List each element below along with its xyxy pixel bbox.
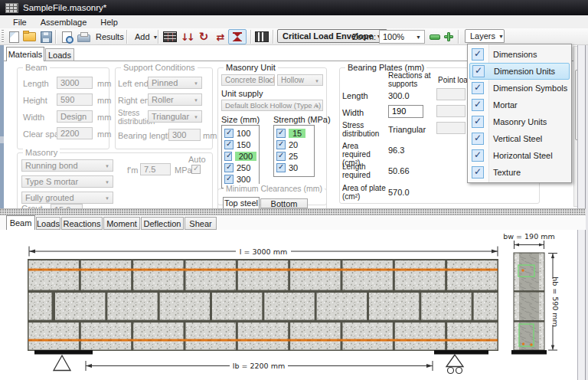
plate-length-value: 300.0 bbox=[388, 91, 410, 100]
zoom-label: Zoom: bbox=[352, 30, 376, 44]
tab-loads-bottom[interactable]: Loads bbox=[36, 217, 60, 230]
layers-menu-item-horizontal-steel[interactable]: Horizontal Steel bbox=[469, 147, 570, 164]
strength-option[interactable]: 25 bbox=[276, 150, 312, 162]
layers-menu-item-vertical-steel[interactable]: Vertical Steel bbox=[469, 130, 570, 147]
print-button[interactable] bbox=[76, 30, 91, 44]
strength-option[interactable]: 30 bbox=[276, 162, 312, 173]
plate-width-label: Width bbox=[342, 108, 364, 117]
pinned-support-icon bbox=[54, 355, 70, 371]
chevron-down-icon: ▼ bbox=[416, 34, 421, 40]
plate-width-point-input bbox=[436, 105, 466, 117]
unit-supply-combo: Default Block Hollow (Type A) bbox=[221, 100, 323, 111]
horizontal-splitter[interactable] bbox=[0, 208, 586, 215]
size-option[interactable]: 100 bbox=[224, 127, 256, 139]
print-preview-icon bbox=[62, 31, 72, 43]
clearances-group-title: Minimum Clearances (mm) bbox=[224, 184, 325, 193]
left-end-label: Left end bbox=[118, 79, 149, 88]
open-file-button[interactable] bbox=[21, 30, 37, 44]
open-folder-icon bbox=[23, 32, 36, 41]
tab-materials[interactable]: Materials bbox=[6, 47, 44, 61]
toolbar-grip[interactable] bbox=[2, 30, 4, 44]
checkmark-icon bbox=[472, 166, 484, 179]
checkbox-checked-icon[interactable] bbox=[224, 140, 234, 149]
layers-dropdown-menu: Dimensions Dimension Units Dimension Sym… bbox=[467, 44, 572, 183]
clear-span-dimension-label: lb = 2200 mm bbox=[233, 362, 285, 370]
tab-reactions[interactable]: Reactions bbox=[61, 217, 103, 230]
checkbox-checked-icon[interactable] bbox=[224, 129, 234, 138]
plate-stress-label: Stress distribution bbox=[342, 121, 382, 138]
checkbox-checked-icon[interactable] bbox=[224, 163, 234, 172]
menu-help[interactable]: Help bbox=[93, 17, 125, 28]
moment-button[interactable]: ↻ bbox=[196, 30, 211, 44]
loads-button[interactable]: ↓↓ bbox=[179, 30, 194, 44]
print-preview-button[interactable] bbox=[59, 30, 74, 44]
unit-supply-label: Unit supply bbox=[221, 89, 263, 98]
beam-clearspan-input: 2200 bbox=[57, 127, 93, 139]
layers-menu-item-mortar[interactable]: Mortar bbox=[469, 97, 570, 113]
size-list-label: Size (mm) bbox=[221, 115, 260, 124]
left-bearing-plate bbox=[34, 350, 93, 355]
save-button[interactable] bbox=[38, 30, 54, 44]
tab-beam[interactable]: Beam bbox=[6, 215, 35, 230]
size-listbox[interactable]: 100 150 200 250 300 bbox=[221, 125, 260, 188]
stress-distribution-label: Stress distribution bbox=[118, 109, 149, 126]
size-option[interactable]: 150 bbox=[224, 139, 256, 150]
strength-option[interactable]: 20 bbox=[276, 139, 312, 150]
zoom-in-button[interactable] bbox=[441, 30, 456, 44]
layers-menu-item-dimensions[interactable]: Dimensions bbox=[469, 46, 570, 63]
beam-group-title: Beam bbox=[23, 63, 50, 72]
height-dimension-label: hb = 590 mm bbox=[551, 277, 560, 327]
menu-assemblage[interactable]: Assemblage bbox=[34, 17, 94, 28]
layers-dropdown-button[interactable]: Layers▼ bbox=[465, 29, 505, 43]
strength-option[interactable]: 15 bbox=[276, 127, 312, 139]
plate-width-input[interactable]: 190 bbox=[388, 105, 423, 118]
toolbar-separator bbox=[55, 30, 56, 44]
size-option[interactable]: 200 bbox=[224, 150, 256, 162]
checkbox-checked-icon[interactable] bbox=[224, 175, 234, 184]
strength-listbox[interactable]: 15 20 25 30 bbox=[273, 125, 315, 177]
tab-moment[interactable]: Moment bbox=[103, 217, 140, 230]
bond-pattern-combo: Running bond bbox=[21, 159, 113, 172]
plate-length-label: Length bbox=[342, 91, 368, 100]
layers-menu-item-texture[interactable]: Texture bbox=[469, 164, 570, 181]
checkbox-checked-icon[interactable] bbox=[276, 152, 286, 161]
beam-width-unit: mm bbox=[97, 113, 111, 122]
tab-deflection[interactable]: Deflection bbox=[141, 217, 184, 230]
plate-length-point-input bbox=[436, 88, 466, 100]
beam-height-label: Height bbox=[23, 96, 47, 105]
menu-file[interactable]: File bbox=[6, 17, 34, 28]
toolbar-separator bbox=[250, 30, 251, 44]
masonry-group-title: Masonry bbox=[23, 148, 60, 157]
checkbox-checked-icon[interactable] bbox=[276, 129, 286, 138]
section-view-button[interactable] bbox=[254, 30, 270, 44]
layers-menu-item-dimension-symbols[interactable]: Dimension Symbols bbox=[469, 80, 570, 97]
tab-loads[interactable]: Loads bbox=[45, 48, 74, 61]
point-loads-column-header: Point loa bbox=[438, 76, 469, 84]
size-option[interactable]: 250 bbox=[224, 162, 256, 173]
beam-height-input: 590 bbox=[57, 93, 93, 106]
auto-label: Auto bbox=[188, 155, 206, 164]
tab-top-steel[interactable]: Top steel bbox=[223, 197, 260, 208]
beam-length-label: Length bbox=[23, 79, 49, 88]
zoom-out-button[interactable] bbox=[427, 30, 443, 44]
zoom-combo[interactable]: 100%▼ bbox=[379, 30, 425, 44]
unit-type-combo: Concrete Block bbox=[221, 74, 275, 86]
tab-bottom-steel[interactable]: Bottom steel bbox=[260, 198, 308, 208]
deflection-toggle-button[interactable] bbox=[228, 29, 247, 44]
results-button[interactable]: Results bbox=[92, 30, 128, 44]
size-option[interactable]: 300 bbox=[224, 173, 256, 185]
toolbar-separator bbox=[158, 30, 158, 44]
layers-menu-item-dimension-units[interactable]: Dimension Units bbox=[469, 63, 570, 80]
checkmark-icon bbox=[472, 149, 484, 162]
length-required-value: 50.66 bbox=[388, 166, 410, 175]
plus-icon bbox=[443, 31, 454, 42]
checkbox-checked-icon[interactable] bbox=[224, 152, 232, 161]
shear-button[interactable]: ⇄ bbox=[213, 30, 228, 44]
tab-shear[interactable]: Shear bbox=[185, 217, 217, 230]
new-file-button[interactable] bbox=[6, 30, 21, 44]
layers-menu-item-masonry-units[interactable]: Masonry Units bbox=[469, 113, 570, 130]
checkbox-checked-icon[interactable] bbox=[276, 163, 286, 172]
checkbox-checked-icon[interactable] bbox=[276, 140, 286, 149]
fm-input: 7.5 bbox=[140, 163, 171, 175]
masonry-view-button[interactable] bbox=[162, 30, 178, 44]
